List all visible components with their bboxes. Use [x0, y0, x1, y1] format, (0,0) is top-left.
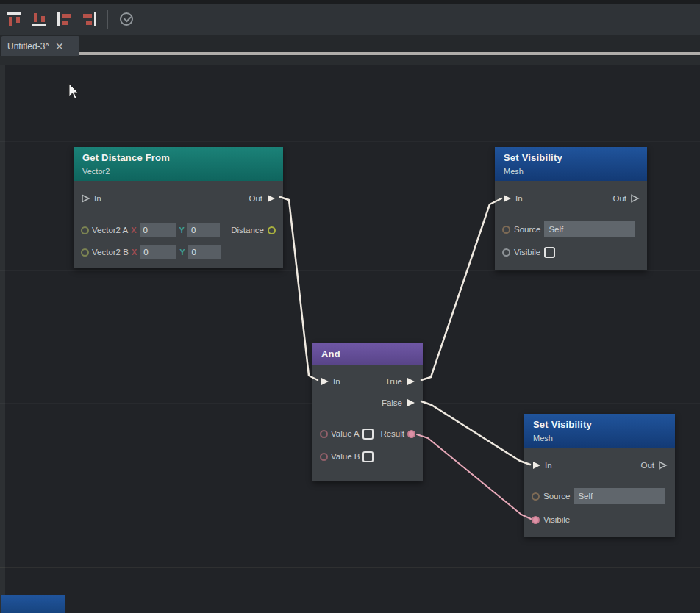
- exec-out-port[interactable]: [658, 461, 668, 470]
- vector2-a-y-input[interactable]: 0: [188, 223, 220, 237]
- vector2-a-port[interactable]: [81, 226, 89, 234]
- true-label: True: [385, 377, 402, 386]
- node-subtitle: Mesh: [533, 434, 666, 442]
- value-a-label: Value A: [331, 429, 360, 438]
- vector2-b-x-input[interactable]: 0: [140, 245, 176, 259]
- node-and[interactable]: And In True False Value A: [312, 343, 423, 481]
- grid-line: [0, 141, 700, 142]
- source-field[interactable]: Self: [574, 488, 665, 504]
- align-right-icon: [82, 12, 96, 26]
- align-bottom-icon: [32, 12, 46, 26]
- node-header[interactable]: Set Visibility Mesh: [524, 414, 675, 448]
- false-label: False: [382, 398, 402, 407]
- node-get-distance-from[interactable]: Get Distance From Vector2 In Out Vector2…: [74, 147, 283, 268]
- exec-in-port[interactable]: [532, 461, 541, 470]
- node-title: And: [321, 348, 414, 359]
- source-label: Source: [543, 492, 570, 501]
- distance-port[interactable]: [268, 226, 276, 234]
- source-port[interactable]: [532, 492, 540, 501]
- vector2-a-label: Vector2 A: [92, 226, 128, 234]
- y-axis-label: Y: [179, 226, 185, 234]
- vector2-b-port[interactable]: [81, 248, 89, 257]
- false-port[interactable]: [406, 398, 415, 407]
- align-top-icon: [7, 12, 21, 26]
- align-left-button[interactable]: [54, 9, 74, 29]
- source-label: Source: [514, 225, 540, 234]
- exec-out-label: Out: [640, 461, 654, 470]
- exec-in-port[interactable]: [502, 194, 512, 203]
- visual-script-editor: Untitled-3^ ✕ Get Distance From Vector2 …: [0, 0, 700, 613]
- x-axis-label: X: [131, 226, 136, 234]
- visible-label: Visibile: [514, 248, 540, 257]
- toolbar-separator: [107, 10, 108, 29]
- exec-in-label: In: [545, 461, 552, 470]
- canvas-left-edge: [0, 65, 5, 613]
- exec-out-label: Out: [249, 194, 262, 203]
- exec-in-label: In: [94, 194, 101, 203]
- mouse-cursor: [68, 84, 80, 100]
- exec-in-label: In: [515, 194, 523, 203]
- node-title: Set Visibility: [533, 419, 666, 430]
- align-right-button[interactable]: [79, 9, 99, 29]
- value-a-checkbox[interactable]: [362, 429, 374, 440]
- align-bottom-button[interactable]: [29, 9, 49, 29]
- exec-out-port[interactable]: [266, 194, 276, 203]
- tab-bar-strip: [79, 52, 700, 55]
- visible-port[interactable]: [532, 516, 540, 524]
- distance-label: Distance: [231, 226, 264, 234]
- align-top-button[interactable]: [4, 9, 24, 29]
- partial-node-header[interactable]: [1, 595, 65, 613]
- visible-label: Visibile: [543, 515, 570, 524]
- grid-line: [0, 537, 700, 537]
- node-header[interactable]: Set Visibility Mesh: [495, 147, 647, 181]
- tab-close-icon[interactable]: ✕: [55, 41, 64, 51]
- tab-bar: Untitled-3^ ✕: [0, 35, 700, 56]
- x-axis-label: X: [132, 248, 137, 257]
- align-left-icon: [57, 12, 71, 26]
- grid-line: [0, 567, 700, 568]
- value-b-label: Value B: [331, 452, 360, 461]
- grid-line: [0, 270, 700, 271]
- y-axis-label: Y: [179, 248, 185, 257]
- exec-out-label: Out: [612, 194, 626, 203]
- node-title: Get Distance From: [82, 152, 274, 163]
- source-port[interactable]: [502, 226, 510, 234]
- node-subtitle: Mesh: [504, 167, 638, 176]
- exec-in-label: In: [333, 377, 340, 386]
- toolbar-top-strip: [0, 0, 700, 4]
- true-port[interactable]: [406, 377, 415, 386]
- node-header[interactable]: Get Distance From Vector2: [74, 147, 283, 181]
- check-circle-icon: [120, 12, 133, 26]
- result-label: Result: [380, 429, 404, 438]
- node-title: Set Visibility: [504, 152, 638, 163]
- tab-bar-lower-gap: [0, 56, 700, 65]
- source-field[interactable]: Self: [544, 221, 635, 237]
- value-b-checkbox[interactable]: [362, 451, 374, 462]
- value-a-port[interactable]: [320, 430, 328, 438]
- node-header[interactable]: And: [312, 343, 423, 365]
- visible-port[interactable]: [502, 248, 510, 257]
- exec-out-port[interactable]: [630, 194, 640, 203]
- vector2-b-label: Vector2 B: [92, 248, 129, 257]
- node-subtitle: Vector2: [82, 167, 274, 176]
- node-set-visibility-bottom[interactable]: Set Visibility Mesh In Out Source Self: [524, 414, 675, 537]
- tab-untitled-3[interactable]: Untitled-3^ ✕: [1, 36, 79, 56]
- exec-in-port[interactable]: [81, 194, 90, 203]
- tab-label: Untitled-3^: [7, 41, 49, 51]
- value-b-port[interactable]: [320, 453, 328, 461]
- node-set-visibility-top[interactable]: Set Visibility Mesh In Out Source Self: [495, 147, 647, 270]
- exec-in-port[interactable]: [320, 377, 329, 386]
- vector2-a-x-input[interactable]: 0: [140, 223, 176, 237]
- visible-checkbox[interactable]: [544, 247, 555, 258]
- result-port[interactable]: [407, 430, 415, 438]
- toolbar: [0, 0, 700, 35]
- vector2-b-y-input[interactable]: 0: [188, 245, 221, 259]
- validate-button[interactable]: [117, 9, 136, 29]
